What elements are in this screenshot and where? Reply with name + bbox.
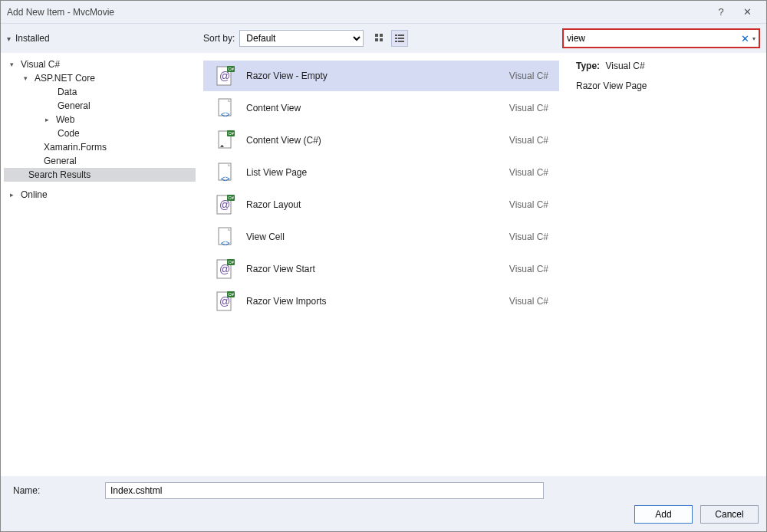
list-view-icon[interactable] bbox=[391, 30, 408, 47]
cancel-button[interactable]: Cancel bbox=[700, 505, 759, 524]
sort-dropdown[interactable]: Default bbox=[239, 30, 364, 47]
help-button[interactable]: ? bbox=[708, 6, 734, 18]
template-lang: Visual C# bbox=[509, 264, 548, 274]
tree-node-data[interactable]: Data bbox=[4, 85, 196, 99]
tree-node-general[interactable]: General bbox=[4, 99, 196, 113]
tree-node-search-results[interactable]: Search Results bbox=[4, 168, 196, 182]
razor-layout-icon: @C# bbox=[214, 194, 235, 215]
list-item[interactable]: @C# Razor View Start Visual C# bbox=[203, 254, 559, 284]
content-view-icon: <> bbox=[214, 97, 235, 119]
template-list: @C# Razor View - Empty Visual C# <> Cont… bbox=[199, 53, 564, 476]
template-lang: Visual C# bbox=[509, 296, 548, 307]
main-area: ▾Visual C# ▾ASP.NET Core Data General ▸W… bbox=[1, 53, 766, 476]
search-dropdown-icon[interactable]: ▾ bbox=[752, 35, 755, 42]
template-lang: Visual C# bbox=[509, 167, 548, 178]
svg-rect-9 bbox=[398, 41, 404, 42]
dialog-buttons: Add Cancel bbox=[8, 505, 759, 524]
tree-root-label: Installed bbox=[15, 33, 50, 44]
svg-text:C#: C# bbox=[228, 260, 234, 264]
template-name: Content View bbox=[246, 103, 499, 113]
close-button[interactable]: ✕ bbox=[734, 6, 760, 18]
template-lang: Visual C# bbox=[509, 71, 548, 81]
type-label: Type: bbox=[576, 61, 600, 71]
search-box[interactable]: ✕ ▾ bbox=[562, 28, 760, 48]
template-description: Razor View Page bbox=[576, 80, 754, 91]
bottom-bar: Name: Add Cancel bbox=[1, 476, 766, 531]
name-input[interactable] bbox=[105, 482, 544, 499]
list-item[interactable]: @C# Razor Layout Visual C# bbox=[203, 189, 559, 220]
titlebar: Add New Item - MvcMovie ? ✕ bbox=[1, 1, 766, 24]
template-name: Content View (C#) bbox=[246, 135, 499, 146]
svg-rect-0 bbox=[375, 34, 378, 37]
svg-rect-5 bbox=[398, 34, 404, 36]
template-lang: Visual C# bbox=[509, 199, 548, 210]
collapse-icon: ▾ bbox=[7, 34, 11, 43]
grid-view-icon[interactable] bbox=[371, 30, 388, 47]
svg-rect-4 bbox=[395, 34, 397, 36]
add-button[interactable]: Add bbox=[634, 505, 693, 524]
svg-text:<>: <> bbox=[221, 110, 230, 119]
svg-rect-3 bbox=[380, 38, 383, 41]
svg-text:<>: <> bbox=[221, 239, 230, 248]
svg-rect-6 bbox=[395, 38, 397, 39]
list-item[interactable]: <> List View Page Visual C# bbox=[203, 157, 559, 188]
svg-rect-8 bbox=[395, 41, 397, 42]
svg-rect-7 bbox=[398, 38, 404, 39]
template-name: Razor View - Empty bbox=[246, 71, 499, 81]
template-name: Razor View Imports bbox=[246, 296, 499, 307]
template-name: Razor View Start bbox=[246, 264, 499, 274]
type-value: Visual C# bbox=[605, 61, 644, 71]
toolbar: ▾ Installed Sort by: Default ✕ ▾ bbox=[1, 24, 766, 53]
svg-text:<>: <> bbox=[221, 175, 230, 183]
template-name: View Cell bbox=[246, 232, 499, 242]
svg-rect-2 bbox=[375, 38, 378, 41]
razor-view-icon: @C# bbox=[214, 65, 235, 87]
list-item[interactable]: C# Content View (C#) Visual C# bbox=[203, 125, 559, 156]
category-tree: ▾Visual C# ▾ASP.NET Core Data General ▸W… bbox=[1, 53, 199, 476]
tree-root-header[interactable]: ▾ Installed bbox=[7, 33, 199, 44]
list-item[interactable]: @C# Razor View - Empty Visual C# bbox=[203, 61, 559, 91]
tree-node-visual-csharp[interactable]: ▾Visual C# bbox=[4, 57, 196, 71]
list-item[interactable]: @C# Razor View Imports Visual C# bbox=[203, 286, 559, 317]
content-view-cs-icon: C# bbox=[214, 130, 235, 151]
name-label: Name: bbox=[8, 485, 97, 496]
razor-view-imports-icon: @C# bbox=[214, 291, 235, 312]
template-lang: Visual C# bbox=[509, 135, 548, 146]
clear-search-icon[interactable]: ✕ bbox=[741, 33, 749, 44]
tree-node-xamarin-forms[interactable]: Xamarin.Forms bbox=[4, 140, 196, 154]
svg-text:C#: C# bbox=[228, 195, 234, 200]
template-name: List View Page bbox=[246, 167, 499, 178]
svg-rect-1 bbox=[380, 34, 383, 37]
template-lang: Visual C# bbox=[509, 232, 548, 242]
tree-node-aspnet-core[interactable]: ▾ASP.NET Core bbox=[4, 71, 196, 85]
view-cell-icon: <> bbox=[214, 226, 235, 248]
tree-node-code[interactable]: Code bbox=[4, 126, 196, 140]
svg-text:C#: C# bbox=[228, 292, 234, 297]
svg-text:C#: C# bbox=[228, 67, 234, 71]
list-view-page-icon: <> bbox=[214, 162, 235, 183]
tree-node-web[interactable]: ▸Web bbox=[4, 113, 196, 126]
sort-row: Sort by: Default ✕ ▾ bbox=[203, 28, 760, 48]
view-mode-icons bbox=[371, 30, 408, 47]
name-row: Name: bbox=[8, 482, 759, 499]
template-name: Razor Layout bbox=[246, 199, 499, 210]
template-lang: Visual C# bbox=[509, 103, 548, 113]
window-title: Add New Item - MvcMovie bbox=[7, 7, 708, 18]
search-input[interactable] bbox=[567, 33, 738, 44]
svg-text:C#: C# bbox=[228, 131, 234, 136]
tree-node-general-2[interactable]: General bbox=[4, 154, 196, 168]
tree-node-online[interactable]: ▸Online bbox=[4, 188, 196, 202]
list-item[interactable]: <> View Cell Visual C# bbox=[203, 222, 559, 252]
sort-label: Sort by: bbox=[203, 33, 235, 44]
detail-pane: Type: Visual C# Razor View Page bbox=[564, 53, 766, 476]
razor-view-start-icon: @C# bbox=[214, 258, 235, 280]
list-item[interactable]: <> Content View Visual C# bbox=[203, 93, 559, 123]
